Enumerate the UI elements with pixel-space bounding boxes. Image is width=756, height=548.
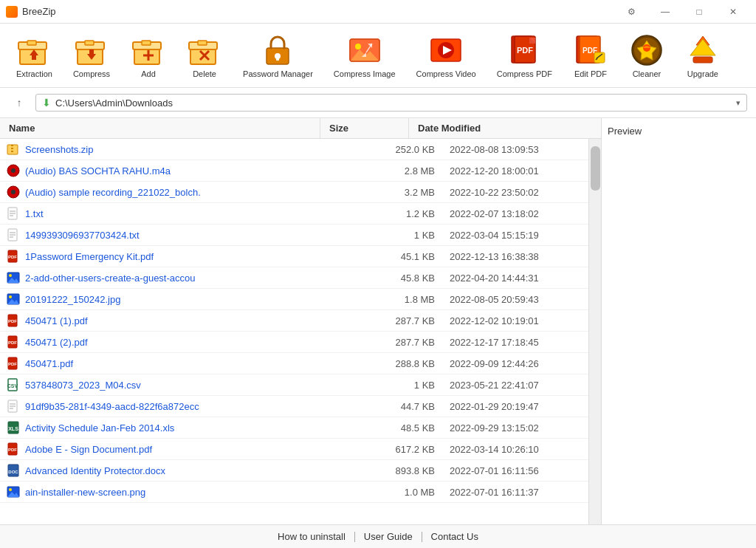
table-row[interactable]: 1.txt 1.2 KB 2022-02-07 13:18:02 — [0, 203, 588, 225]
file-name-cell: (Audio) BAS SOCHTA RAHU.m4a — [0, 162, 352, 179]
settings-button[interactable]: ⚙ — [614, 0, 648, 24]
table-row[interactable]: PDF 1Password Emergency Kit.pdf 45.1 KB … — [0, 246, 588, 267]
file-date: 2022-08-05 20:59:43 — [441, 292, 588, 306]
file-size: 1 KB — [352, 228, 441, 242]
compress-video-icon — [428, 32, 464, 68]
file-date: 2022-09-09 12:44:26 — [441, 357, 588, 371]
table-row[interactable]: (Audio) BAS SOCHTA RAHU.m4a 2.8 MB 2022-… — [0, 160, 588, 182]
table-row[interactable]: 2-add-other-users-create-a-guest-accou 4… — [0, 267, 588, 289]
address-input[interactable] — [55, 97, 732, 109]
file-name-cell: 20191222_150242.jpg — [0, 290, 352, 308]
table-row[interactable]: 20191222_150242.jpg 1.8 MB 2022-08-05 20… — [0, 289, 588, 310]
column-headers: Name Size Date Modified — [0, 118, 601, 139]
file-type-icon — [6, 163, 21, 178]
name-column-header[interactable]: Name — [0, 118, 320, 138]
size-column-header[interactable]: Size — [320, 118, 409, 138]
file-rows-wrapper: Screenshots.zip 252.0 KB 2022-08-08 13:0… — [0, 139, 601, 524]
file-size: 893.8 KB — [352, 464, 441, 478]
file-date: 2023-05-21 22:41:07 — [441, 378, 588, 392]
user-guide-link[interactable]: User Guide — [355, 531, 422, 542]
file-type-icon — [6, 399, 21, 414]
toolbar-item-extraction[interactable]: Extraction — [9, 30, 60, 81]
address-bar: ↑ ⬇ ▾ — [0, 88, 756, 118]
file-date: 2022-12-13 16:38:38 — [441, 250, 588, 264]
file-date: 2022-07-01 16:11:56 — [441, 464, 588, 478]
app-icon — [6, 6, 18, 18]
svg-marker-46 — [690, 39, 715, 55]
table-row[interactable]: (Audio) sample recording_221022_bolch. 3… — [0, 182, 588, 203]
window-controls: ⚙ — □ ✕ — [614, 0, 750, 24]
table-row[interactable]: ain-installer-new-screen.png 1.0 MB 2022… — [0, 482, 588, 503]
toolbar-item-cleaner[interactable]: Cleaner — [622, 30, 672, 81]
table-row[interactable]: PDF 450471 (1).pdf 287.7 KB 2022-12-02 1… — [0, 310, 588, 332]
toolbar-item-compress-image[interactable]: Compress Image — [326, 30, 403, 81]
svg-text:PDF: PDF — [8, 448, 17, 452]
file-name: 1499393096937703424.txt — [25, 230, 140, 241]
toolbar-item-password-manager[interactable]: Password Manager — [236, 30, 320, 81]
file-type-icon: PDF — [6, 442, 21, 456]
file-size: 1.0 MB — [352, 485, 441, 499]
contact-us-link[interactable]: Contact Us — [422, 531, 487, 542]
table-row[interactable]: PDF Adobe E - Sign Document.pdf 617.2 KB… — [0, 439, 588, 460]
file-type-icon: CSV — [6, 377, 21, 392]
address-input-wrapper: ⬇ ▾ — [35, 94, 747, 112]
scrollbar-thumb[interactable] — [591, 146, 600, 191]
minimize-button[interactable]: — — [648, 0, 682, 24]
address-dropdown-icon[interactable]: ▾ — [736, 98, 740, 108]
how-to-uninstall-link[interactable]: How to uninstall — [269, 531, 354, 542]
file-name: 91df9b35-281f-4349-aacd-822f6a872ecc — [25, 401, 199, 412]
file-name: Adobe E - Sign Document.pdf — [25, 444, 152, 455]
file-date: 2022-12-20 18:00:01 — [441, 164, 588, 178]
svg-point-55 — [11, 190, 16, 194]
svg-rect-50 — [11, 148, 13, 149]
svg-rect-2 — [27, 41, 36, 45]
toolbar-item-compress-video[interactable]: Compress Video — [409, 30, 484, 81]
file-size: 288.8 KB — [352, 357, 441, 371]
file-name: ain-installer-new-screen.png — [25, 487, 145, 498]
delete-icon — [187, 32, 222, 68]
table-row[interactable]: PDF 450471 (2).pdf 287.7 KB 2022-12-17 1… — [0, 332, 588, 353]
toolbar-item-edit-pdf[interactable]: PDF Edit PDF — [566, 30, 616, 81]
delete-label: Delete — [193, 69, 216, 78]
svg-rect-47 — [693, 57, 712, 63]
file-name: Advanced Identity Protector.docx — [25, 465, 165, 476]
file-name-cell: (Audio) sample recording_221022_bolch. — [0, 183, 352, 201]
file-date: 2022-12-17 17:18:45 — [441, 335, 588, 349]
preview-label: Preview — [608, 126, 642, 137]
table-row[interactable]: Screenshots.zip 252.0 KB 2022-08-08 13:0… — [0, 139, 588, 160]
table-row[interactable]: 91df9b35-281f-4349-aacd-822f6a872ecc 44.… — [0, 396, 588, 417]
scrollbar[interactable] — [588, 139, 601, 524]
table-row[interactable]: CSV 537848073_2023_M04.csv 1 KB 2023-05-… — [0, 374, 588, 396]
svg-rect-51 — [11, 151, 13, 152]
file-name: 20191222_150242.jpg — [25, 294, 120, 305]
toolbar-item-add[interactable]: Add — [123, 30, 173, 81]
table-row[interactable]: XLS Activity Schedule Jan-Feb 2014.xls 4… — [0, 417, 588, 439]
file-type-icon — [6, 484, 21, 499]
toolbar-item-delete[interactable]: Delete — [179, 30, 230, 81]
svg-text:PDF: PDF — [8, 255, 17, 259]
maximize-button[interactable]: □ — [682, 0, 716, 24]
file-size: 1 KB — [352, 378, 441, 392]
file-type-icon: DOC — [6, 463, 21, 478]
file-list-area: Name Size Date Modified Screenshots.zip … — [0, 118, 601, 524]
table-row[interactable]: DOC Advanced Identity Protector.docx 893… — [0, 460, 588, 482]
svg-text:PDF: PDF — [8, 340, 17, 345]
file-date: 2022-03-14 10:26:10 — [441, 442, 588, 456]
navigate-up-button[interactable]: ↑ — [9, 92, 30, 113]
table-row[interactable]: 1499393096937703424.txt 1 KB 2022-03-04 … — [0, 225, 588, 246]
table-row[interactable]: PDF 450471.pdf 288.8 KB 2022-09-09 12:44… — [0, 353, 588, 374]
toolbar-item-compress[interactable]: Compress — [66, 30, 117, 81]
svg-point-53 — [11, 168, 16, 173]
file-name-cell: PDF Adobe E - Sign Document.pdf — [0, 440, 352, 458]
file-name: Screenshots.zip — [25, 144, 94, 155]
main-content: Name Size Date Modified Screenshots.zip … — [0, 118, 756, 524]
date-column-header[interactable]: Date Modified — [409, 118, 557, 138]
file-size: 287.7 KB — [352, 335, 441, 349]
file-name-cell: 91df9b35-281f-4349-aacd-822f6a872ecc — [0, 397, 352, 415]
toolbar-item-upgrade[interactable]: Upgrade — [678, 30, 728, 81]
file-date: 2022-10-22 23:50:02 — [441, 185, 588, 199]
compress-video-label: Compress Video — [416, 69, 476, 78]
close-button[interactable]: ✕ — [716, 0, 750, 24]
folder-icon: ⬇ — [42, 97, 51, 109]
toolbar-item-compress-pdf[interactable]: PDF Compress PDF — [489, 30, 560, 81]
